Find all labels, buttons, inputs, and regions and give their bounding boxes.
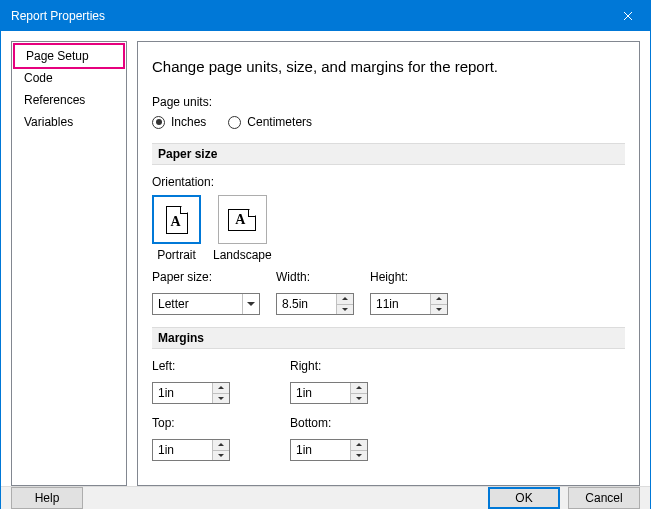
radio-centimeters[interactable]: Centimeters xyxy=(228,115,312,129)
margin-left-down[interactable] xyxy=(213,394,229,404)
width-down[interactable] xyxy=(337,305,353,315)
page-units-group: Inches Centimeters xyxy=(152,115,625,129)
radio-inches-dot xyxy=(152,116,165,129)
help-button[interactable]: Help xyxy=(11,487,83,509)
sidebar-item-label: Code xyxy=(24,71,53,85)
margin-right-down[interactable] xyxy=(351,394,367,404)
paper-size-header: Paper size xyxy=(152,143,625,165)
margin-right-input[interactable] xyxy=(291,383,350,403)
margin-left-label: Left: xyxy=(152,359,230,373)
sidebar-item-references[interactable]: References xyxy=(15,89,123,111)
height-input[interactable] xyxy=(371,294,430,314)
margin-bottom-input[interactable] xyxy=(291,440,350,460)
margin-top-label: Top: xyxy=(152,416,230,430)
height-down[interactable] xyxy=(431,305,447,315)
orientation-landscape-box: A xyxy=(218,195,267,244)
paper-size-combo[interactable]: Letter xyxy=(152,293,260,315)
close-button[interactable] xyxy=(605,1,650,31)
orientation-portrait[interactable]: A Portrait xyxy=(152,195,201,262)
sidebar-item-label: References xyxy=(24,93,85,107)
margin-bottom-down[interactable] xyxy=(351,451,367,461)
paper-size-label: Paper size: xyxy=(152,270,260,284)
width-input[interactable] xyxy=(277,294,336,314)
margin-bottom-spinner[interactable] xyxy=(290,439,368,461)
close-icon xyxy=(623,11,633,21)
chevron-down-icon xyxy=(356,454,362,457)
chevron-up-icon xyxy=(436,297,442,300)
chevron-up-icon xyxy=(356,443,362,446)
chevron-up-icon xyxy=(218,386,224,389)
margin-bottom-label: Bottom: xyxy=(290,416,368,430)
sidebar: Page Setup Code References Variables xyxy=(11,41,127,486)
dialog-window: Report Properties Page Setup Code Refere… xyxy=(0,0,651,509)
orientation-label: Orientation: xyxy=(152,175,625,189)
paper-size-value: Letter xyxy=(153,297,242,311)
radio-inches[interactable]: Inches xyxy=(152,115,206,129)
width-up[interactable] xyxy=(337,294,353,305)
margin-right-spinner[interactable] xyxy=(290,382,368,404)
chevron-down-icon xyxy=(436,308,442,311)
margin-bottom-up[interactable] xyxy=(351,440,367,451)
paper-size-dropdown-button[interactable] xyxy=(242,294,259,314)
help-button-label: Help xyxy=(35,491,60,505)
page-portrait-icon: A xyxy=(166,206,188,234)
chevron-down-icon xyxy=(218,397,224,400)
chevron-up-icon xyxy=(218,443,224,446)
orientation-landscape[interactable]: A Landscape xyxy=(213,195,272,262)
margin-top-up[interactable] xyxy=(213,440,229,451)
dialog-body: Page Setup Code References Variables Cha… xyxy=(1,31,650,486)
orientation-portrait-box: A xyxy=(152,195,201,244)
height-spinner[interactable] xyxy=(370,293,448,315)
margin-left-spinner[interactable] xyxy=(152,382,230,404)
radio-centimeters-label: Centimeters xyxy=(247,115,312,129)
chevron-up-icon xyxy=(342,297,348,300)
margins-row-2: Top: Bottom: xyxy=(152,416,625,461)
paper-size-fields: Paper size: Letter Width: Height: xyxy=(152,270,625,315)
cancel-button[interactable]: Cancel xyxy=(568,487,640,509)
width-label: Width: xyxy=(276,270,354,284)
margin-top-input[interactable] xyxy=(153,440,212,460)
ok-button[interactable]: OK xyxy=(488,487,560,509)
chevron-down-icon xyxy=(247,302,255,306)
margin-left-input[interactable] xyxy=(153,383,212,403)
page-title: Change page units, size, and margins for… xyxy=(152,58,625,75)
window-title: Report Properties xyxy=(11,9,105,23)
margin-right-label: Right: xyxy=(290,359,368,373)
radio-centimeters-dot xyxy=(228,116,241,129)
page-landscape-icon: A xyxy=(228,209,256,231)
cancel-button-label: Cancel xyxy=(585,491,622,505)
orientation-portrait-label: Portrait xyxy=(157,248,196,262)
chevron-down-icon xyxy=(342,308,348,311)
titlebar: Report Properties xyxy=(1,1,650,31)
chevron-down-icon xyxy=(356,397,362,400)
height-up[interactable] xyxy=(431,294,447,305)
width-spinner[interactable] xyxy=(276,293,354,315)
margin-top-spinner[interactable] xyxy=(152,439,230,461)
chevron-up-icon xyxy=(356,386,362,389)
orientation-landscape-label: Landscape xyxy=(213,248,272,262)
margin-top-down[interactable] xyxy=(213,451,229,461)
dialog-footer: Help OK Cancel xyxy=(1,486,650,509)
page-units-label: Page units: xyxy=(152,95,625,109)
sidebar-item-label: Variables xyxy=(24,115,73,129)
ok-button-label: OK xyxy=(515,491,532,505)
orientation-row: A Portrait A Landscape xyxy=(152,195,625,262)
sidebar-item-page-setup[interactable]: Page Setup xyxy=(13,43,125,69)
height-label: Height: xyxy=(370,270,448,284)
sidebar-item-code[interactable]: Code xyxy=(15,67,123,89)
sidebar-item-variables[interactable]: Variables xyxy=(15,111,123,133)
radio-inches-label: Inches xyxy=(171,115,206,129)
margins-row-1: Left: Right: xyxy=(152,359,625,404)
margins-header: Margins xyxy=(152,327,625,349)
chevron-down-icon xyxy=(218,454,224,457)
sidebar-item-label: Page Setup xyxy=(26,49,89,63)
margin-right-up[interactable] xyxy=(351,383,367,394)
margin-left-up[interactable] xyxy=(213,383,229,394)
main-panel: Change page units, size, and margins for… xyxy=(137,41,640,486)
